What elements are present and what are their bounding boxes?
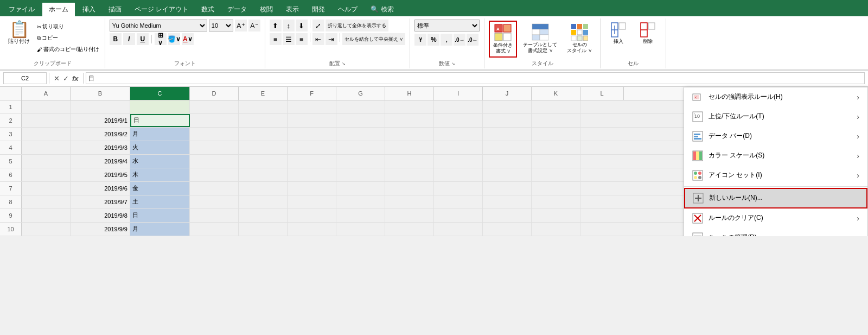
cell-k7[interactable] bbox=[532, 182, 580, 195]
cell-g5[interactable] bbox=[336, 155, 385, 168]
conditional-format-button[interactable]: A 条件付き書式 ∨ bbox=[489, 21, 517, 58]
cell-b4[interactable]: 2019/9/3 bbox=[71, 141, 130, 154]
cell-b8[interactable]: 2019/9/7 bbox=[71, 195, 130, 208]
cell-g4[interactable] bbox=[336, 141, 385, 154]
cell-h4[interactable] bbox=[385, 141, 434, 154]
tab-home[interactable]: ホーム bbox=[41, 2, 76, 16]
tab-file[interactable]: ファイル bbox=[2, 3, 41, 16]
col-header-e[interactable]: E bbox=[239, 87, 288, 100]
confirm-formula-icon[interactable]: ✓ bbox=[63, 74, 69, 83]
cell-c8[interactable]: 土 bbox=[130, 195, 190, 208]
menu-item-clear-rule[interactable]: ルールのクリア(C) › bbox=[684, 208, 867, 228]
cell-a9[interactable] bbox=[22, 209, 71, 222]
cell-g9[interactable] bbox=[336, 209, 385, 222]
cell-c9[interactable]: 日 bbox=[130, 209, 190, 222]
increase-font-size-button[interactable]: A⁺ bbox=[235, 20, 247, 31]
increase-decimal-button[interactable]: .0→ bbox=[454, 34, 465, 46]
menu-item-new-rule[interactable]: 新しいルール(N)... bbox=[684, 188, 867, 208]
cell-k10[interactable] bbox=[532, 223, 580, 236]
cell-e5[interactable] bbox=[239, 155, 288, 168]
cell-i9[interactable] bbox=[434, 209, 483, 222]
align-middle-button[interactable]: ↕ bbox=[283, 20, 295, 31]
tab-page-layout[interactable]: ページ レイアウト bbox=[128, 3, 195, 16]
cell-a3[interactable] bbox=[22, 128, 71, 141]
cell-b5[interactable]: 2019/9/4 bbox=[71, 155, 130, 168]
cell-i8[interactable] bbox=[434, 195, 483, 208]
cell-e6[interactable] bbox=[239, 168, 288, 181]
cell-d1[interactable] bbox=[190, 100, 239, 113]
merge-center-button[interactable]: セルを結合して中央揃え ∨ bbox=[342, 33, 406, 45]
cell-i6[interactable] bbox=[434, 168, 483, 181]
cell-d7[interactable] bbox=[190, 182, 239, 195]
cell-g2[interactable] bbox=[336, 114, 385, 127]
tab-formulas[interactable]: 数式 bbox=[195, 3, 221, 16]
cell-g6[interactable] bbox=[336, 168, 385, 181]
cell-j1[interactable] bbox=[483, 100, 532, 113]
cell-e3[interactable] bbox=[239, 128, 288, 141]
cell-k6[interactable] bbox=[532, 168, 580, 181]
col-header-g[interactable]: G bbox=[336, 87, 385, 100]
menu-item-manage-rule[interactable]: ルールの管理(R)... bbox=[684, 228, 867, 236]
cell-e8[interactable] bbox=[239, 195, 288, 208]
tab-data[interactable]: データ bbox=[221, 3, 253, 16]
cell-f2[interactable] bbox=[288, 114, 336, 127]
col-header-c[interactable]: C bbox=[130, 87, 190, 100]
cell-i5[interactable] bbox=[434, 155, 483, 168]
font-size-select[interactable]: 10 bbox=[209, 20, 233, 31]
col-header-k[interactable]: K bbox=[532, 87, 580, 100]
cell-j3[interactable] bbox=[483, 128, 532, 141]
thousands-button[interactable]: , bbox=[441, 34, 452, 46]
cell-a7[interactable] bbox=[22, 182, 71, 195]
cell-f10[interactable] bbox=[288, 223, 336, 236]
copy-button[interactable]: ⧉コピー bbox=[35, 33, 101, 43]
cell-h2[interactable] bbox=[385, 114, 434, 127]
cell-i3[interactable] bbox=[434, 128, 483, 141]
align-right-button[interactable]: ≡ bbox=[296, 33, 308, 45]
cell-j6[interactable] bbox=[483, 168, 532, 181]
number-format-select[interactable]: 標準 bbox=[414, 20, 480, 31]
menu-item-icon-set[interactable]: アイコン セット(I) › bbox=[684, 166, 867, 185]
decrease-indent-button[interactable]: ⇤ bbox=[312, 33, 324, 45]
wrap-text-button[interactable]: 折り返して全体を表示する bbox=[326, 20, 388, 31]
cell-f4[interactable] bbox=[288, 141, 336, 154]
cell-k4[interactable] bbox=[532, 141, 580, 154]
cell-d4[interactable] bbox=[190, 141, 239, 154]
cell-g10[interactable] bbox=[336, 223, 385, 236]
cell-c10[interactable]: 月 bbox=[130, 223, 190, 236]
cell-b6[interactable]: 2019/9/5 bbox=[71, 168, 130, 181]
cell-a4[interactable] bbox=[22, 141, 71, 154]
cell-j5[interactable] bbox=[483, 155, 532, 168]
align-center-button[interactable]: ☰ bbox=[283, 33, 295, 45]
cell-k3[interactable] bbox=[532, 128, 580, 141]
cell-h9[interactable] bbox=[385, 209, 434, 222]
delete-button[interactable]: 削除 bbox=[634, 20, 661, 47]
cell-d9[interactable] bbox=[190, 209, 239, 222]
col-header-i[interactable]: I bbox=[434, 87, 483, 100]
cell-f5[interactable] bbox=[288, 155, 336, 168]
cell-d5[interactable] bbox=[190, 155, 239, 168]
cell-c3[interactable]: 月 bbox=[130, 128, 190, 141]
cell-d10[interactable] bbox=[190, 223, 239, 236]
cell-j9[interactable] bbox=[483, 209, 532, 222]
cell-a8[interactable] bbox=[22, 195, 71, 208]
cell-i10[interactable] bbox=[434, 223, 483, 236]
cell-d3[interactable] bbox=[190, 128, 239, 141]
underline-button[interactable]: U bbox=[137, 33, 149, 45]
cell-c2[interactable]: 日 bbox=[130, 114, 190, 127]
cut-button[interactable]: ✂切り取り bbox=[35, 22, 101, 31]
cell-e7[interactable] bbox=[239, 182, 288, 195]
cell-c1[interactable] bbox=[130, 100, 190, 113]
tab-developer[interactable]: 開発 bbox=[305, 3, 331, 16]
cell-f7[interactable] bbox=[288, 182, 336, 195]
cell-b2[interactable]: 2019/9/1 bbox=[71, 114, 130, 127]
cell-a5[interactable] bbox=[22, 155, 71, 168]
cell-h8[interactable] bbox=[385, 195, 434, 208]
cell-a1[interactable] bbox=[22, 100, 71, 113]
cell-f1[interactable] bbox=[288, 100, 336, 113]
cell-a10[interactable] bbox=[22, 223, 71, 236]
col-header-d[interactable]: D bbox=[190, 87, 239, 100]
cell-b3[interactable]: 2019/9/2 bbox=[71, 128, 130, 141]
cell-i7[interactable] bbox=[434, 182, 483, 195]
tab-search[interactable]: 🔍 検索 bbox=[364, 3, 400, 16]
align-top-button[interactable]: ⬆ bbox=[270, 20, 282, 31]
